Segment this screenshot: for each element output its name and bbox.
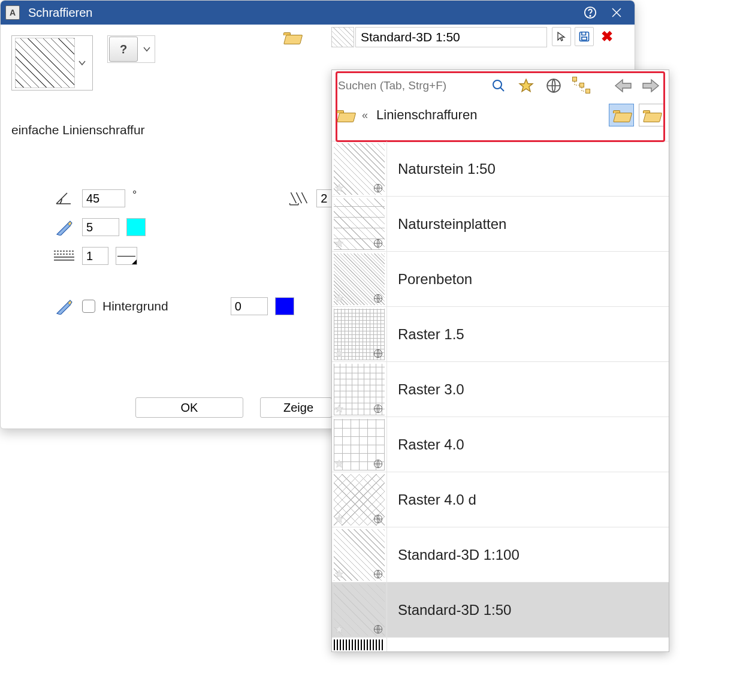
pen-color-swatch[interactable] (126, 218, 146, 236)
favorite-star-icon (334, 459, 345, 470)
list-item[interactable]: Natursteinplatten (332, 196, 669, 251)
breadcrumb-text[interactable]: Linienschraffuren (376, 107, 477, 123)
pen-input[interactable] (82, 218, 119, 236)
svg-rect-3 (582, 37, 587, 40)
nav-back-button[interactable] (613, 76, 633, 96)
globe-icon (373, 624, 384, 635)
hatch-name-text: Standard-3D 1:50 (361, 30, 460, 44)
folder-icon (337, 108, 354, 122)
list-item[interactable]: Standard-3D 1:50 (332, 582, 669, 637)
list-item-label: Raster 4.0 (387, 436, 464, 453)
folder-up-icon (643, 108, 660, 122)
list-item[interactable]: Standard-3D 1:100 (332, 527, 669, 582)
globe-icon (373, 294, 384, 304)
globe-button[interactable] (543, 76, 564, 96)
globe-icon (373, 404, 384, 415)
globe-icon (373, 459, 384, 470)
list-item[interactable] (332, 637, 669, 651)
hatch-thumb (332, 583, 387, 638)
list-item[interactable]: Porenbeton (332, 251, 669, 306)
list-item-label: Naturstein 1:50 (387, 161, 496, 177)
globe-icon (373, 569, 384, 580)
spacing-icon (288, 189, 309, 207)
globe-icon (373, 183, 384, 194)
save-button[interactable] (575, 27, 594, 46)
hatch-thumb (332, 141, 387, 197)
delete-button[interactable]: ✖ (597, 27, 617, 46)
angle-unit: ° (132, 189, 137, 201)
nav-forward-button[interactable] (641, 76, 661, 96)
svg-point-4 (493, 80, 502, 89)
favorites-button[interactable] (516, 76, 536, 96)
hatch-list: Naturstein 1:50 Natursteinplatten (332, 141, 669, 637)
list-item-label: Raster 1.5 (387, 326, 464, 343)
hatch-thumb (332, 307, 387, 362)
favorite-star-icon (334, 239, 345, 249)
breadcrumb-separator-icon: « (362, 109, 368, 122)
list-item-label: Standard-3D 1:100 (387, 547, 520, 563)
search-icon[interactable] (488, 76, 509, 96)
folder-action-a-button[interactable] (609, 104, 634, 126)
current-hatch-thumb (331, 27, 354, 47)
hatch-thumb (332, 417, 387, 472)
close-button[interactable] (603, 1, 630, 25)
angle-icon (53, 191, 75, 206)
linetype-swatch[interactable] (116, 247, 137, 265)
list-item-label: Raster 4.0 d (387, 491, 476, 508)
list-item-label: Porenbeton (387, 271, 472, 288)
list-item[interactable]: Naturstein 1:50 (332, 141, 669, 196)
search-input[interactable] (337, 76, 481, 95)
dropdown-toolbar: « Linienschraffuren (332, 70, 669, 141)
hatch-thumb (332, 197, 387, 252)
list-item-label: Raster 3.0 (387, 381, 464, 398)
hatch-thumb (332, 527, 387, 583)
pen-icon (53, 298, 75, 315)
globe-icon (373, 349, 384, 360)
bg-color-swatch[interactable] (275, 297, 294, 315)
window-title: Schraffieren (28, 6, 92, 20)
hierarchy-button[interactable] (571, 76, 591, 96)
open-folder-button[interactable] (283, 31, 300, 46)
favorite-star-icon (334, 404, 345, 415)
list-item-label: Standard-3D 1:50 (387, 602, 511, 618)
folder-open-icon (613, 108, 630, 122)
svg-point-1 (590, 16, 590, 16)
hatch-thumb (332, 252, 387, 307)
hatch-dropdown-panel: « Linienschraffuren (331, 70, 669, 652)
favorite-star-icon (334, 349, 345, 360)
ok-button[interactable]: OK (135, 397, 243, 418)
angle-input[interactable] (82, 189, 125, 207)
favorite-star-icon (334, 624, 345, 635)
list-item[interactable]: Raster 4.0 (332, 417, 669, 472)
app-icon: A (5, 5, 20, 20)
list-item[interactable]: Raster 3.0 (332, 361, 669, 417)
hatch-name-field[interactable]: Standard-3D 1:50 (355, 27, 547, 47)
list-item-label: Natursteinplatten (387, 216, 506, 233)
favorite-star-icon (334, 294, 345, 304)
cursor-button[interactable] (552, 27, 571, 46)
delete-x-icon: ✖ (601, 28, 613, 45)
bg-pen-input[interactable] (231, 297, 268, 315)
help-button[interactable] (577, 1, 603, 25)
folder-action-b-button[interactable] (639, 104, 664, 126)
chevron-down-icon (75, 35, 89, 90)
background-label: Hintergrund (102, 299, 168, 313)
show-button[interactable]: Zeige (260, 397, 332, 418)
background-checkbox[interactable] (82, 300, 95, 313)
hatch-thumb (332, 362, 387, 417)
folder-open-icon (283, 31, 300, 44)
favorite-star-icon (334, 569, 345, 580)
type-selector[interactable]: ? (107, 35, 155, 63)
list-item[interactable]: Raster 4.0 d (332, 472, 669, 527)
hatch-preview[interactable] (11, 35, 93, 90)
pen-icon (53, 219, 75, 236)
chevron-down-icon (143, 45, 151, 53)
favorite-star-icon (334, 514, 345, 525)
question-icon: ? (109, 37, 138, 62)
titlebar: A Schraffieren (1, 1, 635, 25)
linetype-input[interactable] (82, 247, 108, 265)
hatch-thumb (332, 472, 387, 527)
linetype-icon (53, 249, 75, 263)
globe-icon (373, 514, 384, 525)
list-item[interactable]: Raster 1.5 (332, 306, 669, 361)
